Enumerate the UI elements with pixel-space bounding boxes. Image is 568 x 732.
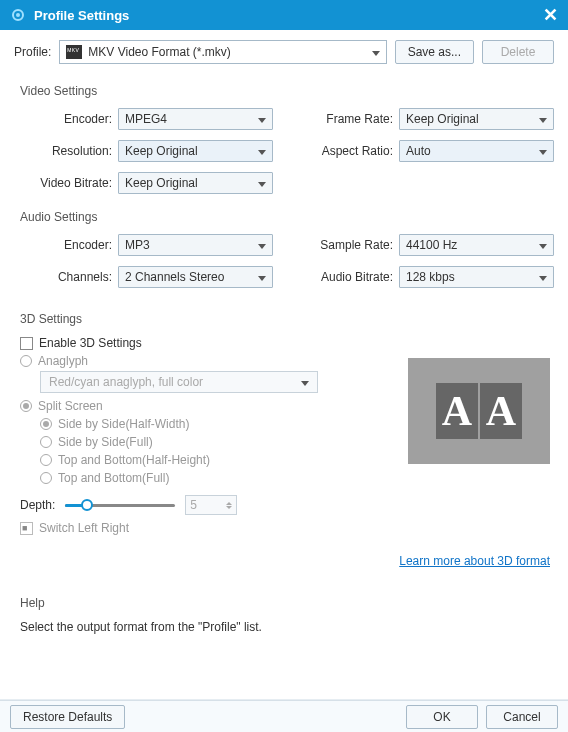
save-as-button[interactable]: Save as...: [395, 40, 474, 64]
audio-encoder-select[interactable]: MP3: [118, 234, 273, 256]
sbs-full-label: Side by Side(Full): [58, 435, 153, 449]
samplerate-label: Sample Rate:: [301, 238, 393, 252]
anaglyph-radio: [20, 355, 32, 367]
channels-label: Channels:: [20, 270, 112, 284]
profile-select[interactable]: MKV Video Format (*.mkv): [59, 40, 386, 64]
sbs-half-label: Side by Side(Half-Width): [58, 417, 189, 431]
close-icon[interactable]: ✕: [543, 4, 558, 26]
resolution-select[interactable]: Keep Original: [118, 140, 273, 162]
profile-value: MKV Video Format (*.mkv): [88, 45, 230, 59]
gear-icon: [10, 7, 26, 23]
audio-settings-title: Audio Settings: [20, 210, 554, 224]
video-bitrate-label: Video Bitrate:: [20, 176, 112, 190]
switch-lr-label: Switch Left Right: [39, 521, 129, 535]
audio-bitrate-label: Audio Bitrate:: [301, 270, 393, 284]
learn-more-link[interactable]: Learn more about 3D format: [399, 554, 550, 568]
help-text: Select the output format from the "Profi…: [14, 620, 554, 634]
aspect-ratio-label: Aspect Ratio:: [301, 144, 393, 158]
ok-button[interactable]: OK: [406, 705, 478, 729]
svg-point-1: [16, 13, 20, 17]
tab-half-label: Top and Bottom(Half-Height): [58, 453, 210, 467]
tab-half-radio: [40, 454, 52, 466]
help-title: Help: [20, 596, 554, 610]
delete-button: Delete: [482, 40, 554, 64]
resolution-label: Resolution:: [20, 144, 112, 158]
titlebar: Profile Settings ✕: [0, 0, 568, 30]
split-screen-label: Split Screen: [38, 399, 103, 413]
mkv-icon: [66, 45, 82, 59]
window-title: Profile Settings: [34, 8, 129, 23]
video-encoder-label: Encoder:: [20, 112, 112, 126]
aspect-ratio-select[interactable]: Auto: [399, 140, 554, 162]
depth-slider[interactable]: [65, 498, 175, 512]
tab-full-label: Top and Bottom(Full): [58, 471, 169, 485]
sbs-half-radio: [40, 418, 52, 430]
video-encoder-select[interactable]: MPEG4: [118, 108, 273, 130]
tab-full-radio: [40, 472, 52, 484]
restore-defaults-button[interactable]: Restore Defaults: [10, 705, 125, 729]
chevron-down-icon: [301, 375, 309, 389]
enable-3d-label: Enable 3D Settings: [39, 336, 142, 350]
sbs-full-radio: [40, 436, 52, 448]
3d-settings-title: 3D Settings: [20, 312, 554, 326]
anaglyph-select: Red/cyan anaglyph, full color: [40, 371, 318, 393]
video-bitrate-select[interactable]: Keep Original: [118, 172, 273, 194]
chevron-down-icon: [372, 45, 380, 59]
samplerate-select[interactable]: 44100 Hz: [399, 234, 554, 256]
anaglyph-label: Anaglyph: [38, 354, 88, 368]
enable-3d-checkbox[interactable]: [20, 337, 33, 350]
framerate-label: Frame Rate:: [301, 112, 393, 126]
3d-preview: AA: [408, 358, 550, 464]
video-settings-title: Video Settings: [20, 84, 554, 98]
switch-lr-checkbox: [20, 522, 33, 535]
depth-spinner: 5: [185, 495, 237, 515]
framerate-select[interactable]: Keep Original: [399, 108, 554, 130]
channels-select[interactable]: 2 Channels Stereo: [118, 266, 273, 288]
audio-bitrate-select[interactable]: 128 kbps: [399, 266, 554, 288]
split-screen-radio: [20, 400, 32, 412]
depth-label: Depth:: [20, 498, 55, 512]
audio-encoder-label: Encoder:: [20, 238, 112, 252]
profile-label: Profile:: [14, 45, 51, 59]
cancel-button[interactable]: Cancel: [486, 705, 558, 729]
